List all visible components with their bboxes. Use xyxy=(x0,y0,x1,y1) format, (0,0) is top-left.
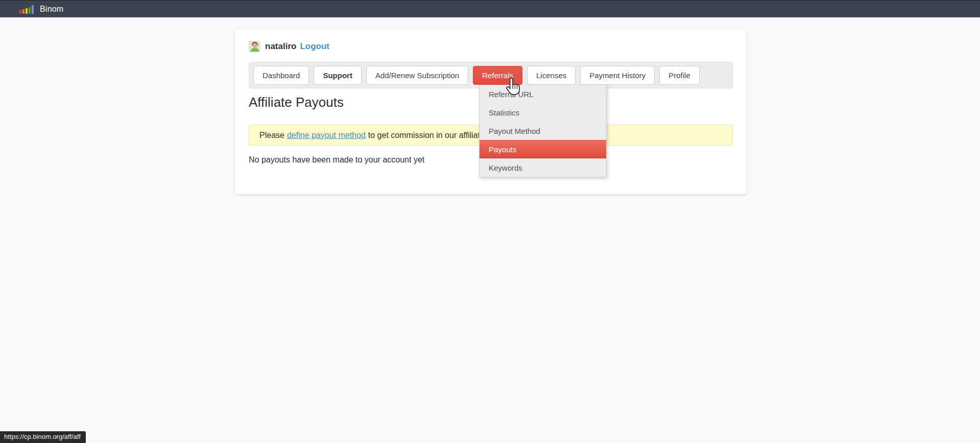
empty-payouts-message: No payouts have been made to your accoun… xyxy=(249,155,424,165)
define-payout-method-link[interactable]: define payout method xyxy=(287,131,366,140)
tab-support[interactable]: Support xyxy=(314,66,362,85)
notice-text-prefix: Please xyxy=(259,131,284,140)
menu-item-statistics[interactable]: Statistics xyxy=(480,103,606,122)
tab-licenses[interactable]: Licenses xyxy=(527,66,576,85)
tab-dashboard[interactable]: Dashboard xyxy=(253,66,309,85)
link-preview-url: https://cp.binom.org/aff/aff xyxy=(4,433,81,440)
tab-referrals[interactable]: Referrals xyxy=(473,66,522,85)
link-preview-statusbar: https://cp.binom.org/aff/aff xyxy=(0,431,86,443)
page-title: Affiliate Payouts xyxy=(249,95,344,110)
user-row: nataliro Logout xyxy=(249,41,329,52)
menu-item-payout-method[interactable]: Payout Method xyxy=(480,122,606,140)
brand-name: Binom xyxy=(40,5,63,14)
menu-item-payouts[interactable]: Payouts xyxy=(480,140,606,158)
user-name: nataliro xyxy=(265,41,296,52)
tab-add-renew-subscription[interactable]: Add/Renew Subscription xyxy=(366,66,468,85)
menu-item-keywords[interactable]: Keywords xyxy=(480,158,606,177)
logout-link[interactable]: Logout xyxy=(300,41,329,52)
tab-profile[interactable]: Profile xyxy=(659,66,700,85)
menu-item-referral-url[interactable]: Referral URL xyxy=(480,85,606,103)
user-avatar xyxy=(249,41,260,52)
binom-logo-bar-chart-icon xyxy=(19,5,34,14)
tab-payment-history[interactable]: Payment History xyxy=(580,66,655,85)
top-bar: Binom xyxy=(0,0,980,17)
referrals-dropdown-menu: Referral URL Statistics Payout Method Pa… xyxy=(479,85,607,177)
